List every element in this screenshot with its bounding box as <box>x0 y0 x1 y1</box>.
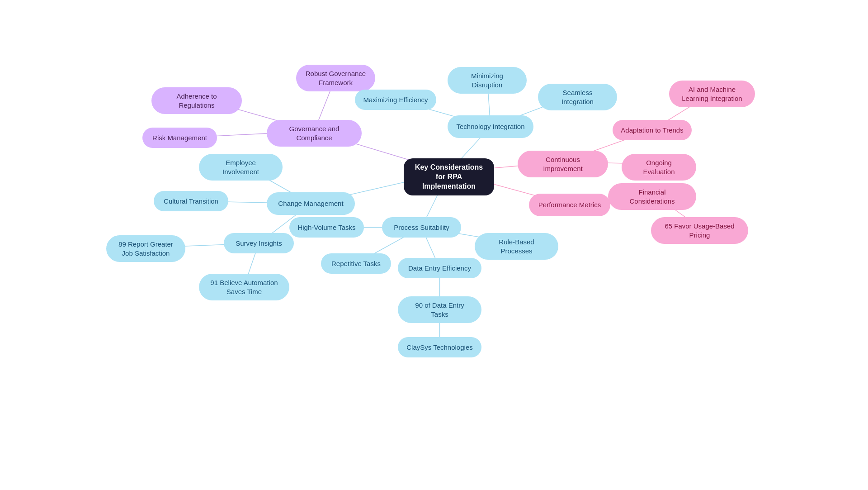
node-financial[interactable]: Financial Considerations <box>608 183 696 210</box>
node-governance[interactable]: Governance and Compliance <box>267 120 362 147</box>
node-rulebased[interactable]: Rule-Based Processes <box>475 233 558 260</box>
node-believe91[interactable]: 91 Believe Automation Saves Time <box>199 274 289 300</box>
node-seamless[interactable]: Seamless Integration <box>538 84 617 110</box>
node-adherence[interactable]: Adherence to Regulations <box>151 87 242 114</box>
node-contimpr[interactable]: Continuous Improvement <box>518 151 608 177</box>
node-change[interactable]: Change Management <box>267 192 355 215</box>
node-cultural[interactable]: Cultural Transition <box>154 191 228 211</box>
node-90data[interactable]: 90 of Data Entry Tasks <box>398 296 481 323</box>
node-techint[interactable]: Technology Integration <box>448 115 533 138</box>
node-ongoing[interactable]: Ongoing Evaluation <box>622 154 696 181</box>
node-robust[interactable]: Robust Governance Framework <box>296 65 375 91</box>
node-risk[interactable]: Risk Management <box>142 128 217 148</box>
node-maxeff[interactable]: Maximizing Efficiency <box>355 90 436 110</box>
node-report89[interactable]: 89 Report Greater Job Satisfaction <box>106 235 185 262</box>
node-perfmet[interactable]: Performance Metrics <box>529 194 610 216</box>
node-repetitive[interactable]: Repetitive Tasks <box>321 253 391 274</box>
node-aiml[interactable]: AI and Machine Learning Integration <box>669 81 755 107</box>
mindmap-container: Key Considerations for RPA Implementatio… <box>0 0 868 490</box>
node-adapt[interactable]: Adaptation to Trends <box>613 120 692 140</box>
node-pricing[interactable]: 65 Favor Usage-Based Pricing <box>651 217 748 244</box>
node-survey[interactable]: Survey Insights <box>224 233 294 253</box>
node-dataentry[interactable]: Data Entry Efficiency <box>398 258 481 278</box>
node-employee[interactable]: Employee Involvement <box>199 154 283 181</box>
node-center[interactable]: Key Considerations for RPA Implementatio… <box>404 158 494 195</box>
node-highvol[interactable]: High-Volume Tasks <box>289 217 364 238</box>
node-claysys[interactable]: ClaySys Technologies <box>398 337 481 357</box>
node-process[interactable]: Process Suitability <box>382 217 461 238</box>
node-mindisr[interactable]: Minimizing Disruption <box>448 67 527 94</box>
